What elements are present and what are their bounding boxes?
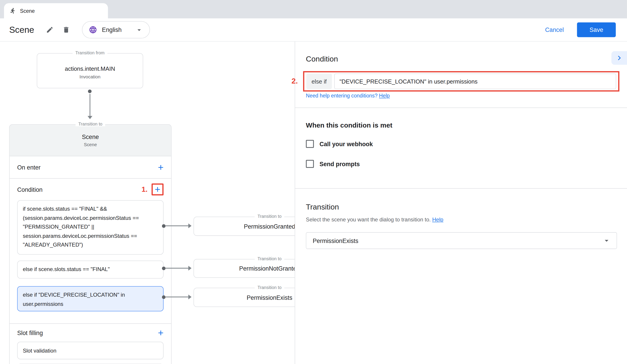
flow-arrow-head [88, 116, 92, 119]
slot-filling-label: Slot filling [17, 329, 43, 336]
scene-node-header[interactable]: Scene Scene [10, 125, 171, 156]
select-caret-icon [602, 236, 611, 245]
scene-node-title: Scene [82, 133, 99, 140]
transition-from-node[interactable]: Transition from actions.intent.MAIN Invo… [37, 53, 143, 89]
flow-canvas: Transition from actions.intent.MAIN Invo… [0, 42, 295, 364]
target-name: PermissionNotGranted [239, 265, 295, 272]
call-webhook-label: Call your webhook [319, 140, 373, 147]
condition-help-link[interactable]: Help [379, 93, 390, 99]
send-prompts-option[interactable]: Send prompts [306, 160, 360, 168]
language-value: English [102, 26, 130, 33]
condition-list: if scene.slots.status == "FINAL" && (ses… [10, 200, 171, 312]
call-webhook-option[interactable]: Call your webhook [306, 140, 373, 148]
condition-label: Condition [17, 186, 43, 193]
condition-help-line: Need help entering conditions? Help [306, 93, 390, 99]
target-node-permission-exists[interactable]: Transition to PermissionExists [193, 288, 295, 307]
arrow-to-permission-granted [162, 224, 192, 228]
transition-heading: Transition [306, 203, 339, 211]
scene-editor-page: Scene Scene English Cancel Save [0, 0, 627, 364]
condition-detail-panel: Condition 2. else if Need help entering … [295, 42, 627, 364]
annotation-2: 2. [292, 77, 298, 86]
delete-scene-button[interactable] [59, 23, 73, 37]
add-condition-button[interactable]: + [155, 184, 160, 194]
target-legend: Transition to [255, 285, 284, 290]
call-webhook-checkbox[interactable] [306, 140, 314, 148]
panel-divider [295, 188, 627, 189]
intent-type: Invocation [80, 74, 101, 79]
annotation-2-highlight: else if [303, 71, 619, 91]
trash-icon [62, 26, 70, 34]
main-area: Transition from actions.intent.MAIN Invo… [0, 42, 627, 364]
target-legend: Transition to [255, 256, 284, 261]
on-enter-section: On enter + [10, 156, 171, 179]
flow-connector-dot [88, 90, 92, 93]
slot-filling-section: Slot filling + Slot validation [10, 323, 171, 364]
transition-to-legend: Transition to [75, 122, 105, 126]
transition-help-link[interactable]: Help [432, 217, 443, 223]
help-prompt-text: Need help entering conditions? [306, 93, 379, 99]
condition-section-header: Condition 1. + [10, 179, 171, 200]
flow-arrow-line [90, 94, 91, 116]
slot-validation-item[interactable]: Slot validation [17, 342, 163, 359]
scene-run-icon [10, 8, 16, 14]
condition-item-1[interactable]: if scene.slots.status == "FINAL" && (ses… [17, 200, 163, 255]
globe-icon [89, 26, 97, 34]
header-bar: Scene English Cancel Save [0, 18, 627, 42]
pencil-icon [46, 26, 53, 34]
intent-name: actions.intent.MAIN [65, 66, 115, 72]
send-prompts-label: Send prompts [319, 161, 360, 167]
target-name: PermissionExists [247, 294, 292, 301]
condition-expression-input[interactable] [334, 74, 616, 89]
condition-item-2[interactable]: else if scene.slots.status == "FINAL" [17, 261, 163, 278]
condition-heading: Condition [306, 55, 338, 64]
send-prompts-checkbox[interactable] [306, 160, 314, 168]
panel-divider [295, 108, 627, 108]
target-name: PermissionGranted [244, 223, 295, 229]
arrow-to-permission-exists [162, 295, 192, 299]
transition-from-legend: Transition from [73, 50, 107, 55]
save-button[interactable]: Save [577, 22, 616, 37]
tab-label: Scene [20, 8, 35, 14]
tab-scene[interactable]: Scene [4, 3, 108, 18]
on-enter-label: On enter [17, 164, 41, 171]
collapse-panel-button[interactable] [611, 51, 627, 65]
transition-desc-text: Select the scene you want the dialog to … [306, 217, 432, 223]
chevron-down-icon [135, 26, 143, 34]
condition-item-3-selected[interactable]: else if "DEVICE_PRECISE_LOCATION" in use… [17, 286, 163, 311]
target-legend: Transition to [255, 214, 284, 219]
add-slot-button[interactable]: + [158, 328, 163, 337]
transition-description: Select the scene you want the dialog to … [306, 217, 443, 223]
target-node-permission-not-granted[interactable]: Transition to PermissionNotGranted [193, 259, 295, 278]
cancel-button[interactable]: Cancel [545, 18, 564, 41]
language-selector[interactable]: English [82, 21, 150, 38]
else-if-operator-chip[interactable]: else if [306, 74, 332, 89]
tab-strip: Scene [0, 0, 627, 18]
chevron-right-icon [616, 54, 623, 61]
scene-node-subtitle: Scene [84, 142, 97, 147]
page-title: Scene [9, 24, 34, 35]
arrow-to-permission-not-granted [162, 266, 192, 270]
transition-scene-select[interactable]: PermissionExists [306, 232, 617, 249]
add-on-enter-button[interactable]: + [158, 163, 163, 172]
annotation-1-highlight: + [152, 183, 163, 195]
transition-scene-value: PermissionExists [313, 237, 602, 244]
when-met-heading: When this condition is met [306, 122, 392, 130]
annotation-1: 1. [142, 185, 148, 194]
target-node-permission-granted[interactable]: Transition to PermissionGranted [193, 217, 295, 236]
scene-node: Transition to Scene Scene On enter + Con… [9, 124, 172, 364]
edit-scene-button[interactable] [43, 23, 57, 37]
